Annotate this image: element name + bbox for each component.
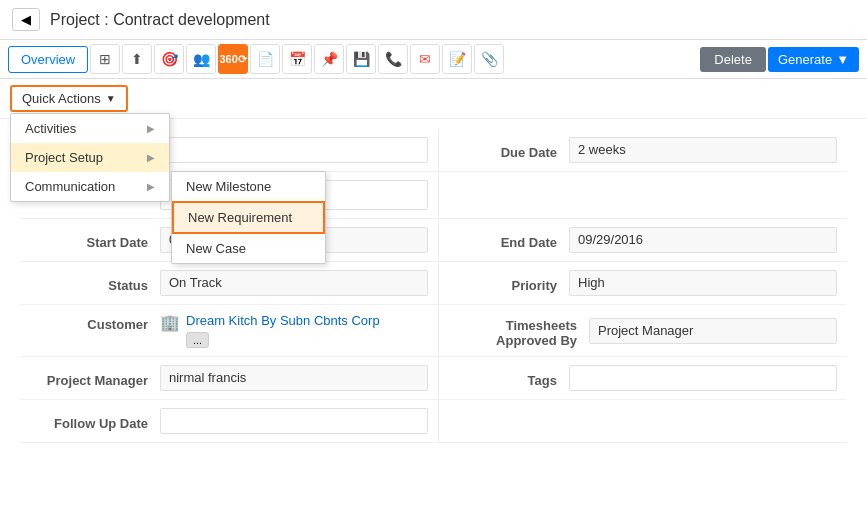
date-row: Start Date 09/01/2015 End Date 09/29/201… (20, 219, 847, 262)
due-date-label: Due Date (449, 141, 569, 160)
name-value[interactable] (160, 137, 428, 163)
generate-label: Generate (778, 52, 832, 67)
note-icon[interactable]: 📝 (442, 44, 472, 74)
customer-value-container: Dream Kitch By Subn Cbnts Corp ... (186, 313, 380, 348)
new-requirement-item[interactable]: New Requirement (172, 201, 325, 234)
new-milestone-item[interactable]: New Milestone (172, 172, 325, 201)
back-button[interactable]: ◀ (12, 8, 40, 31)
activities-arrow-icon: ▶ (147, 123, 155, 134)
priority-field: Priority High (439, 262, 847, 304)
page: ◀ Project : Contract development Overvie… (0, 0, 867, 523)
follow-up-right-spacer (439, 400, 847, 442)
generate-caret-icon: ▼ (836, 52, 849, 67)
delete-button[interactable]: Delete (700, 47, 766, 72)
customer-dots-button[interactable]: ... (186, 332, 209, 348)
due-date-value: 2 weeks (569, 137, 837, 163)
follow-up-label: Follow Up Date (40, 412, 160, 431)
pin-icon[interactable]: 📌 (314, 44, 344, 74)
target-icon[interactable]: 🎯 (154, 44, 184, 74)
calendar-icon[interactable]: 📅 (282, 44, 312, 74)
priority-label: Priority (449, 274, 569, 293)
priority-value: High (569, 270, 837, 296)
timesheets-field: Timesheets Approved By Project Manager (439, 305, 847, 356)
customer-label: Customer (40, 313, 160, 332)
tags-field: Tags (439, 357, 847, 399)
save-icon[interactable]: 💾 (346, 44, 376, 74)
grid-icon[interactable]: ⊞ (90, 44, 120, 74)
phone-icon[interactable]: 📞 (378, 44, 408, 74)
quick-actions-button[interactable]: Quick Actions ▼ (10, 85, 128, 112)
communication-arrow-icon: ▶ (147, 181, 155, 192)
users-icon[interactable]: 👥 (186, 44, 216, 74)
action-bar: Quick Actions ▼ Activities ▶ Project Set… (0, 79, 867, 119)
new-case-item[interactable]: New Case (172, 234, 325, 263)
timesheets-label: Timesheets Approved By (449, 314, 589, 348)
page-title: Project : Contract development (50, 11, 270, 29)
project-setup-submenu: New Milestone New Requirement New Case (171, 171, 326, 264)
project-setup-arrow-icon: ▶ (147, 152, 155, 163)
manager-row: Project Manager nirmal francis Tags (20, 357, 847, 400)
tags-label: Tags (449, 369, 569, 388)
quick-actions-dropdown: Activities ▶ Project Setup ▶ New Milesto… (10, 113, 170, 202)
toolbar: Overview ⊞ ⬆ 🎯 👥 360⟳ 📄 📅 📌 💾 📞 ✉ 📝 📎 De… (0, 40, 867, 79)
activities-menu-item[interactable]: Activities ▶ (11, 114, 169, 143)
description-right-spacer (439, 172, 847, 218)
email-icon[interactable]: ✉ (410, 44, 440, 74)
project-manager-field: Project Manager nirmal francis (20, 357, 439, 399)
360-icon[interactable]: 360⟳ (218, 44, 248, 74)
follow-up-row: Follow Up Date (20, 400, 847, 443)
project-manager-label: Project Manager (40, 369, 160, 388)
follow-up-value[interactable] (160, 408, 428, 434)
project-setup-label: Project Setup (25, 150, 103, 165)
customer-link[interactable]: Dream Kitch By Subn Cbnts Corp (186, 313, 380, 328)
start-date-label: Start Date (40, 231, 160, 250)
generate-button[interactable]: Generate ▼ (768, 47, 859, 72)
status-row: Status On Track Priority High (20, 262, 847, 305)
customer-field: Customer 🏢 Dream Kitch By Subn Cbnts Cor… (20, 305, 439, 356)
status-value: On Track (160, 270, 428, 296)
tags-value[interactable] (569, 365, 837, 391)
timesheets-value: Project Manager (589, 318, 837, 344)
tab-overview[interactable]: Overview (8, 46, 88, 73)
communication-label: Communication (25, 179, 115, 194)
communication-menu-item[interactable]: Communication ▶ (11, 172, 169, 201)
project-manager-value: nirmal francis (160, 365, 428, 391)
quick-actions-label: Quick Actions (22, 91, 101, 106)
header: ◀ Project : Contract development (0, 0, 867, 40)
activities-label: Activities (25, 121, 76, 136)
customer-icon: 🏢 (160, 313, 180, 332)
attach-icon[interactable]: 📎 (474, 44, 504, 74)
end-date-value: 09/29/2016 (569, 227, 837, 253)
follow-up-field: Follow Up Date (20, 400, 439, 442)
end-date-field: End Date 09/29/2016 (439, 219, 847, 261)
quick-actions-caret-icon: ▼ (106, 93, 116, 104)
status-field: Status On Track (20, 262, 439, 304)
doc-icon[interactable]: 📄 (250, 44, 280, 74)
status-label: Status (40, 274, 160, 293)
project-setup-menu-item[interactable]: Project Setup ▶ New Milestone New Requir… (11, 143, 169, 172)
due-date-field: Due Date 2 weeks (439, 129, 847, 171)
upload-icon[interactable]: ⬆ (122, 44, 152, 74)
end-date-label: End Date (449, 231, 569, 250)
customer-row: Customer 🏢 Dream Kitch By Subn Cbnts Cor… (20, 305, 847, 357)
